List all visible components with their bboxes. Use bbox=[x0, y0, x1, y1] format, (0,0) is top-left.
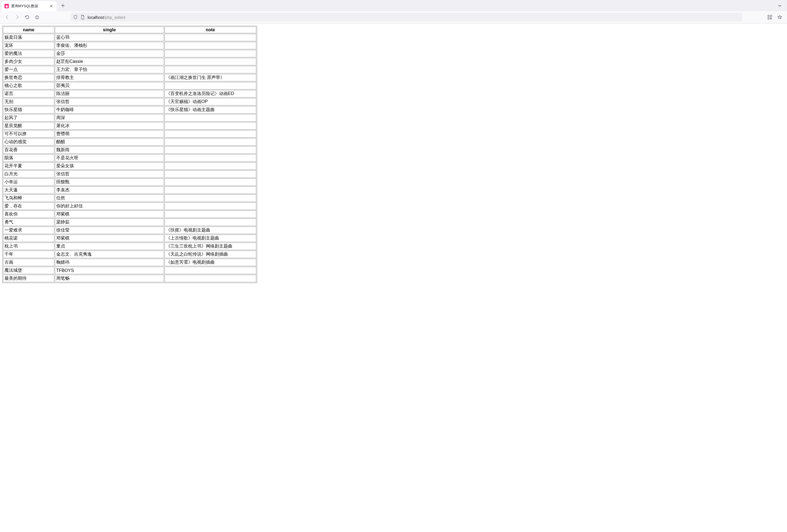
table-cell bbox=[165, 178, 256, 186]
table-row: 枕上书董贞《三生三世枕上书》网络剧主题曲 bbox=[3, 242, 256, 250]
home-button[interactable] bbox=[33, 13, 42, 22]
table-cell: 换世奇恋 bbox=[3, 74, 54, 81]
table-cell: 百花香 bbox=[3, 146, 54, 154]
table-cell bbox=[165, 34, 256, 41]
table-cell: 魏新雨 bbox=[55, 146, 164, 154]
table-cell bbox=[165, 82, 256, 89]
svg-rect-0 bbox=[768, 15, 769, 17]
table-cell: 《如意芳霏》电视剧插曲 bbox=[165, 259, 256, 266]
table-cell: 飞鸟和蝉 bbox=[3, 194, 54, 202]
table-cell: 徐佳莹 bbox=[55, 227, 164, 234]
table-cell: 最美的期待 bbox=[3, 275, 54, 282]
url-bar[interactable]: localhost/php_select bbox=[70, 13, 742, 22]
table-cell bbox=[165, 211, 256, 218]
bookmark-icon[interactable] bbox=[775, 13, 784, 22]
table-row: 诺言陈洁丽《百变机兽之洛洛历险记》动画ED bbox=[3, 90, 256, 98]
table-cell: 喜欢你 bbox=[3, 211, 54, 218]
table-cell: 无别 bbox=[3, 98, 54, 106]
table-row: 喜欢你邓紫棋 bbox=[3, 211, 256, 218]
table-cell: 爱一点 bbox=[3, 66, 54, 73]
toolbar-right bbox=[765, 13, 784, 22]
table-cell: 陨落 bbox=[3, 154, 54, 162]
table-row: 快乐星猫牛奶咖啡《快乐星猫》动画主题曲 bbox=[3, 106, 256, 113]
table-row: 大天蓬李袁杰 bbox=[3, 186, 256, 194]
table-cell: 李袁杰 bbox=[55, 186, 164, 194]
table-cell: 小幸运 bbox=[3, 178, 54, 186]
table-cell bbox=[165, 275, 256, 282]
table-row: 古画鞠婧祎《如意芳霏》电视剧插曲 bbox=[3, 259, 256, 266]
table-cell bbox=[165, 162, 256, 170]
table-cell: 一爱难求 bbox=[3, 227, 54, 234]
forward-button[interactable] bbox=[13, 13, 22, 22]
table-row: 飞鸟和蝉任然 bbox=[3, 194, 256, 202]
table-cell: 爱，存在 bbox=[3, 203, 54, 210]
table-row: 心动的感觉醋醋 bbox=[3, 138, 256, 146]
table-row: 白月光张信哲 bbox=[3, 170, 256, 178]
table-cell: 诺言 bbox=[3, 90, 54, 98]
tabs-dropdown-icon[interactable] bbox=[776, 2, 784, 9]
qr-icon[interactable] bbox=[765, 13, 774, 22]
table-cell: 爱朵女孩 bbox=[55, 162, 164, 170]
table-cell: 张信哲 bbox=[55, 98, 164, 106]
new-tab-button[interactable] bbox=[59, 1, 67, 10]
table-row: 贩卖日落蓝心羽 bbox=[3, 34, 256, 41]
table-cell: 古画 bbox=[3, 259, 54, 266]
reload-button[interactable] bbox=[23, 13, 31, 22]
table-row: 千年金志文、吉克隽逸《天乩之白蛇传说》网络剧插曲 bbox=[3, 251, 256, 258]
table-row: 桃花诺邓紫棋《上古情歌》电视剧主题曲 bbox=[3, 235, 256, 242]
table-cell: 起风了 bbox=[3, 114, 54, 122]
browser-tab[interactable]: ◉ 查询MYSQL数据 bbox=[2, 1, 57, 11]
table-cell: 周深 bbox=[55, 114, 164, 122]
table-cell: 赵芷彤Cassie bbox=[55, 58, 164, 65]
table-row: 镜心之歌邵夷贝 bbox=[3, 82, 256, 89]
table-header-row: name single note bbox=[3, 27, 256, 33]
table-cell: 大天蓬 bbox=[3, 186, 54, 194]
table-cell bbox=[165, 267, 256, 274]
table-row: 星辰觉醒屠化冰 bbox=[3, 122, 256, 130]
table-cell: 蓝心羽 bbox=[55, 34, 164, 41]
table-cell: 快乐星猫 bbox=[3, 106, 54, 113]
table-row: 花开半夏爱朵女孩 bbox=[3, 162, 256, 170]
table-cell: 邓紫棋 bbox=[55, 211, 164, 218]
table-cell: 《百变机兽之洛洛历险记》动画ED bbox=[165, 90, 256, 98]
table-cell: 李俊佑、潘柚彤 bbox=[55, 42, 164, 49]
url-text: localhost/php_select bbox=[87, 15, 739, 20]
table-cell: 桃花诺 bbox=[3, 235, 54, 242]
table-cell: 可不可以撩 bbox=[3, 130, 54, 137]
svg-rect-1 bbox=[770, 15, 772, 17]
table-cell: 田馥甄 bbox=[55, 178, 164, 186]
table-row: 起风了周深 bbox=[3, 114, 256, 122]
table-cell: 醋醋 bbox=[55, 138, 164, 146]
toolbar: localhost/php_select bbox=[0, 11, 787, 23]
page-icon[interactable] bbox=[80, 15, 85, 19]
table-cell bbox=[165, 203, 256, 210]
table-cell: 鞠婧祎 bbox=[55, 259, 164, 266]
table-row: 爱，存在你的好上好佳 bbox=[3, 203, 256, 210]
table-row: 爱的魔法金莎 bbox=[3, 50, 256, 57]
back-button[interactable] bbox=[3, 13, 12, 22]
close-icon[interactable] bbox=[49, 4, 54, 8]
table-cell: 邓紫棋 bbox=[55, 235, 164, 242]
table-row: 可不可以撩曹懵萌 bbox=[3, 130, 256, 137]
browser-chrome: ◉ 查询MYSQL数据 bbox=[0, 0, 787, 24]
table-row: 多肉少女赵芷彤Cassie bbox=[3, 58, 256, 65]
table-cell: 不是花火呀 bbox=[55, 154, 164, 162]
table-cell: 《天乩之白蛇传说》网络剧插曲 bbox=[165, 251, 256, 258]
table-cell bbox=[165, 114, 256, 122]
table-cell: 《天官赐福》动画OP bbox=[165, 98, 256, 106]
tab-favicon-icon: ◉ bbox=[4, 4, 9, 8]
table-cell: 爱的魔法 bbox=[3, 50, 54, 57]
table-row: 小幸运田馥甄 bbox=[3, 178, 256, 186]
table-cell: 《快乐星猫》动画主题曲 bbox=[165, 106, 256, 113]
table-cell: 《扶摇》电视剧主题曲 bbox=[165, 227, 256, 234]
table-cell bbox=[165, 138, 256, 146]
shield-icon[interactable] bbox=[73, 15, 78, 19]
table-cell: 镜心之歌 bbox=[3, 82, 54, 89]
table-cell bbox=[165, 218, 256, 226]
table-cell: 枕上书 bbox=[3, 242, 54, 250]
table-cell: 宠坏 bbox=[3, 42, 54, 49]
table-row: 勇气梁静茹 bbox=[3, 218, 256, 226]
table-cell: 邵夷贝 bbox=[55, 82, 164, 89]
table-row: 无别张信哲《天官赐福》动画OP bbox=[3, 98, 256, 106]
table-cell: 陈洁丽 bbox=[55, 90, 164, 98]
